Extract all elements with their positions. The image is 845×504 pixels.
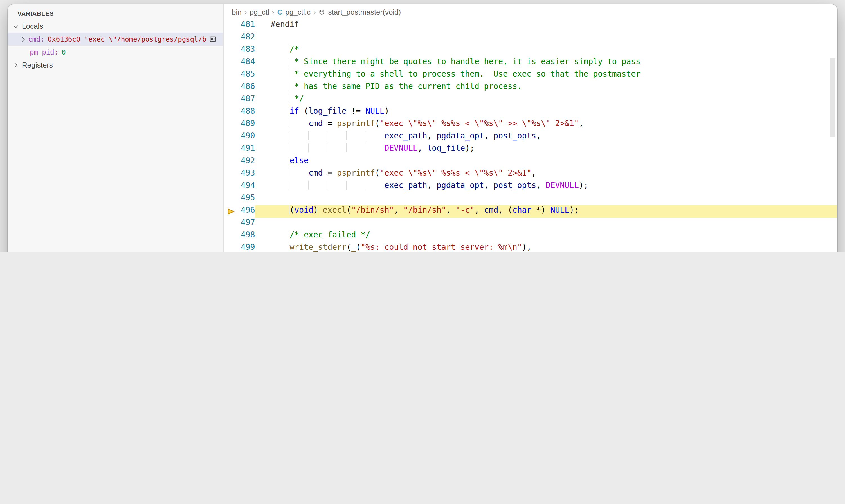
line-number[interactable]: 489 (241, 119, 255, 131)
code-line[interactable]: 498 /* exec failed */ (224, 230, 837, 242)
line-number[interactable]: 488 (241, 106, 255, 119)
code-line[interactable]: 487 */ (224, 94, 837, 106)
code-token: "%s: could not start server: %m\n" (361, 242, 522, 251)
breadcrumb-item[interactable]: pg_ctl.c (285, 8, 310, 16)
line-number[interactable]: 483 (241, 44, 255, 57)
line-content: /* (255, 44, 837, 57)
line-number[interactable]: 497 (241, 218, 255, 230)
gutter-glyph-margin[interactable] (224, 57, 241, 69)
gutter-glyph-margin[interactable] (224, 143, 241, 156)
line-number[interactable]: 486 (241, 82, 255, 94)
code-line[interactable]: 492 else (224, 156, 837, 168)
gutter-glyph-margin[interactable] (224, 230, 241, 242)
code-line[interactable]: 489 cmd = psprintf("exec \"%s\" %s%s < \… (224, 119, 837, 131)
gutter-glyph-margin[interactable] (224, 119, 241, 131)
variables-section-title[interactable]: VARIABLES (8, 7, 223, 20)
code-token: NULL (551, 205, 569, 214)
line-number[interactable]: 485 (241, 69, 255, 82)
gutter-glyph-margin[interactable] (224, 168, 241, 181)
code-line[interactable]: 493 cmd = psprintf("exec \"%s\" %s%s < \… (224, 168, 837, 181)
gutter-glyph-margin[interactable] (224, 69, 241, 82)
breadcrumb-item[interactable]: start_postmaster(void) (328, 8, 401, 16)
code-line[interactable]: 496 (void) execl("/bin/sh", "/bin/sh", "… (224, 205, 837, 218)
code-line[interactable]: 483 /* (224, 44, 837, 57)
line-number[interactable]: 498 (241, 230, 255, 242)
gutter-glyph-margin[interactable] (224, 32, 241, 44)
gutter-glyph-margin[interactable] (224, 82, 241, 94)
code-line[interactable]: 482 (224, 32, 837, 44)
code-line[interactable]: 488 if (log_file != NULL) (224, 106, 837, 119)
breadcrumb-item[interactable]: bin (232, 8, 241, 16)
breadcrumb: bin›pg_ctl›Cpg_ctl.c›start_postmaster(vo… (224, 4, 837, 20)
code-line[interactable]: 484 * Since there might be quotes to han… (224, 57, 837, 69)
code-token: ( (356, 242, 361, 251)
code-line[interactable]: 494 exec_path, pgdata_opt, post_opts, DE… (224, 181, 837, 193)
code-line[interactable]: 499 write_stderr(_("%s: could not start … (224, 242, 837, 252)
code-token: DEVNULL (384, 143, 418, 152)
vscode-window: VARIABLES Localscmd:0x6136c0 "exec \"/ho… (8, 4, 837, 252)
code-token: , (394, 205, 403, 214)
gutter-glyph-margin[interactable] (224, 242, 241, 252)
code-token: ( (346, 242, 351, 251)
line-number[interactable]: 484 (241, 57, 255, 69)
binary-icon[interactable] (206, 34, 218, 44)
line-content: (void) execl("/bin/sh", "/bin/sh", "-c",… (255, 205, 837, 218)
debug-current-line-arrow-icon[interactable] (224, 205, 241, 218)
code-line[interactable]: 495 (224, 193, 837, 205)
code-token: , (427, 181, 436, 190)
breadcrumb-item[interactable]: pg_ctl (250, 8, 269, 16)
gutter-glyph-margin[interactable] (224, 181, 241, 193)
code-token: log_file (427, 143, 465, 152)
indent-guides (271, 131, 384, 140)
code-line[interactable]: 490 exec_path, pgdata_opt, post_opts, (224, 131, 837, 143)
code-token: _ (351, 242, 356, 251)
code-token: /* exec failed */ (289, 230, 370, 239)
code-line[interactable]: 491 DEVNULL, log_file); (224, 143, 837, 156)
line-content (255, 218, 837, 230)
code-line[interactable]: 481#endif (224, 20, 837, 32)
line-number[interactable]: 492 (241, 156, 255, 168)
variables-scope-locals[interactable]: Locals (8, 20, 223, 33)
line-number[interactable]: 496 (241, 205, 255, 218)
line-number[interactable]: 482 (241, 32, 255, 44)
code-token: * Since there might be quotes to handle … (294, 57, 641, 66)
line-number[interactable]: 494 (241, 181, 255, 193)
code-token: DEVNULL (546, 181, 579, 190)
indent-guides (271, 230, 289, 239)
indent-guides (271, 181, 384, 190)
line-number[interactable]: 493 (241, 168, 255, 181)
variable-row[interactable]: pm_pid:0 (8, 46, 223, 58)
code-token: "exec \"%s\" %s%s < \"%s\" 2>&1" (380, 168, 532, 177)
indent-guides (271, 94, 294, 103)
code-lines: 481#endif482483 /*484 * Since there migh… (224, 20, 837, 252)
variables-scope-registers[interactable]: Registers (8, 58, 223, 71)
gutter-glyph-margin[interactable] (224, 20, 241, 32)
line-number[interactable]: 491 (241, 143, 255, 156)
gutter-glyph-margin[interactable] (224, 193, 241, 205)
line-number[interactable]: 490 (241, 131, 255, 143)
line-content: exec_path, pgdata_opt, post_opts, (255, 131, 837, 143)
line-number[interactable]: 499 (241, 242, 255, 252)
code-token: ( (375, 119, 380, 128)
gutter-glyph-margin[interactable] (224, 156, 241, 168)
indent-guides (271, 57, 294, 66)
line-number[interactable]: 481 (241, 20, 255, 32)
gutter-glyph-margin[interactable] (224, 44, 241, 57)
editor-scrollbar[interactable] (830, 58, 835, 137)
variable-value: 0x6136c0 "exec \"/home/postgres/pgsql/bi… (48, 35, 214, 43)
code-token: if (289, 106, 299, 115)
line-number[interactable]: 495 (241, 193, 255, 205)
code-token: = (323, 168, 337, 177)
code-token: , (484, 131, 494, 140)
gutter-glyph-margin[interactable] (224, 218, 241, 230)
code-line[interactable]: 486 * has the same PID as the current ch… (224, 82, 837, 94)
line-number[interactable]: 487 (241, 94, 255, 106)
variable-row[interactable]: cmd:0x6136c0 "exec \"/home/postgres/pgsq… (8, 33, 223, 46)
code-line[interactable]: 485 * everything to a shell to process t… (224, 69, 837, 82)
c-file-icon: C (277, 8, 283, 16)
gutter-glyph-margin[interactable] (224, 106, 241, 119)
code-token: ) (313, 205, 323, 214)
code-line[interactable]: 497 (224, 218, 837, 230)
gutter-glyph-margin[interactable] (224, 131, 241, 143)
gutter-glyph-margin[interactable] (224, 94, 241, 106)
